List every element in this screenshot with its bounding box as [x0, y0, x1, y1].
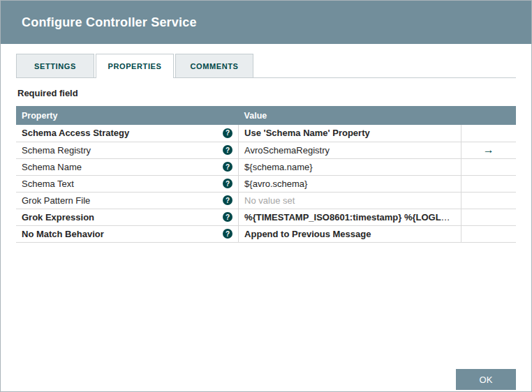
property-value[interactable]: Append to Previous Message: [244, 229, 371, 239]
help-icon[interactable]: ?: [223, 195, 232, 205]
property-value[interactable]: ${schema.name}: [244, 162, 313, 172]
property-name: Grok Pattern File: [22, 195, 90, 206]
property-row: Grok Pattern File?No value set: [16, 192, 516, 209]
dialog-title: Configure Controller Service: [22, 15, 197, 30]
property-row: Schema Registry?AvroSchemaRegistry→: [16, 142, 516, 158]
help-icon[interactable]: ?: [223, 229, 232, 239]
table-header-row: Property Value: [16, 106, 516, 125]
help-icon[interactable]: ?: [223, 128, 232, 138]
property-name: No Match Behavior: [22, 229, 104, 239]
column-header-property: Property: [16, 106, 239, 125]
dialog-body: SETTINGSPROPERTIESCOMMENTS Required fiel…: [1, 44, 531, 243]
property-name: Schema Name: [22, 162, 82, 172]
column-header-actions: [461, 106, 516, 125]
configure-controller-service-dialog: Configure Controller Service SETTINGSPRO…: [0, 0, 532, 392]
help-icon[interactable]: ?: [223, 162, 232, 172]
tab-settings[interactable]: SETTINGS: [16, 54, 94, 77]
property-value[interactable]: No value set: [244, 195, 295, 206]
property-name: Grok Expression: [22, 212, 94, 223]
column-header-value: Value: [239, 106, 461, 125]
required-field-label: Required field: [17, 88, 515, 98]
tab-comments[interactable]: COMMENTS: [175, 54, 253, 77]
dialog-header: Configure Controller Service: [1, 1, 531, 44]
property-row: Schema Access Strategy?Use 'Schema Name'…: [16, 125, 516, 142]
help-icon[interactable]: ?: [223, 179, 232, 188]
help-icon[interactable]: ?: [223, 145, 232, 155]
property-value[interactable]: ${avro.schema}: [244, 179, 307, 189]
property-row: Schema Text?${avro.schema}: [16, 175, 516, 192]
properties-table-body: Schema Access Strategy?Use 'Schema Name'…: [16, 125, 516, 242]
tab-bar: SETTINGSPROPERTIESCOMMENTS: [16, 54, 516, 78]
property-row: Grok Expression?%{TIMESTAMP_ISO8601:time…: [16, 209, 516, 225]
property-row: Schema Name?${schema.name}: [16, 158, 516, 175]
property-value[interactable]: Use 'Schema Name' Property: [244, 128, 370, 138]
property-name: Schema Text: [22, 179, 74, 189]
help-icon[interactable]: ?: [223, 212, 232, 222]
property-value[interactable]: %{TIMESTAMP_ISO8601:timestamp} %{LOGLEVE…: [244, 212, 461, 223]
tab-properties[interactable]: PROPERTIES: [96, 54, 174, 78]
properties-table: Property Value Schema Access Strategy?Us…: [16, 106, 516, 243]
property-row: No Match Behavior?Append to Previous Mes…: [16, 225, 516, 242]
property-name: Schema Access Strategy: [22, 128, 129, 138]
go-to-controller-service-icon[interactable]: →: [483, 144, 494, 156]
property-name: Schema Registry: [22, 145, 91, 156]
ok-button[interactable]: OK: [456, 369, 516, 390]
property-value[interactable]: AvroSchemaRegistry: [244, 145, 330, 156]
